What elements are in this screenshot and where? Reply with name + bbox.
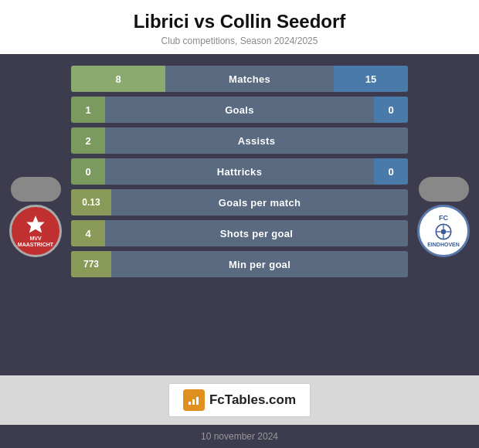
svg-rect-9	[196, 397, 199, 405]
svg-rect-8	[192, 399, 195, 405]
page-title: Librici vs Collin Seedorf	[15, 11, 464, 32]
stat-row-mpg: 773 Min per goal	[71, 251, 408, 277]
fctables-section: FcTables.com	[0, 375, 479, 425]
stat-row-hattricks: 0 Hattricks 0	[71, 158, 408, 185]
stat-right-goals: 0	[374, 97, 408, 123]
center-stats: 8 Matches 15 1 Goals 0 2 Assists 0 Hattr…	[71, 66, 408, 368]
svg-marker-0	[26, 216, 44, 232]
barchart-icon	[188, 394, 200, 406]
header-section: Librici vs Collin Seedorf Club competiti…	[0, 0, 479, 54]
stat-label-mpg: Min per goal	[111, 251, 408, 277]
stat-label-spg: Shots per goal	[105, 220, 408, 246]
stat-label-gpm: Goals per match	[111, 189, 408, 216]
svg-rect-7	[189, 402, 191, 405]
fctables-icon	[183, 389, 205, 411]
stat-label-matches: Matches	[165, 66, 334, 92]
eindhoven-fc-text: FC	[439, 214, 448, 222]
footer: 10 november 2024	[0, 425, 479, 448]
right-gray-pill	[419, 177, 469, 202]
stat-left-mpg: 773	[71, 251, 111, 277]
fctables-box: FcTables.com	[168, 383, 311, 417]
stat-left-hattricks: 0	[71, 158, 105, 185]
left-logo-area: MVVMAASTRICHT	[5, 66, 66, 368]
stat-row-goals: 1 Goals 0	[71, 97, 408, 123]
stat-right-matches: 15	[334, 66, 408, 92]
eindhoven-name-text: EINDHOVEN	[427, 242, 460, 247]
stat-label-hattricks: Hattricks	[105, 158, 374, 185]
footer-date: 10 november 2024	[6, 431, 473, 442]
stats-section: MVVMAASTRICHT 8 Matches 15 1 Goals 0 2 A…	[0, 54, 479, 375]
stat-label-goals: Goals	[105, 97, 374, 123]
stat-row-spg: 4 Shots per goal	[71, 220, 408, 246]
stat-left-assists: 2	[71, 127, 105, 154]
page-subtitle: Club competitions, Season 2024/2025	[15, 36, 464, 46]
main-container: Librici vs Collin Seedorf Club competiti…	[0, 0, 479, 448]
eindhoven-shield-icon	[433, 222, 454, 242]
svg-point-2	[441, 229, 447, 235]
stat-left-spg: 4	[71, 220, 105, 246]
mvv-logo: MVVMAASTRICHT	[9, 205, 62, 257]
mvv-text: MVVMAASTRICHT	[18, 236, 53, 247]
fctables-label: FcTables.com	[209, 392, 296, 408]
stat-left-matches: 8	[71, 66, 165, 92]
left-gray-pill	[11, 177, 61, 202]
stat-left-goals: 1	[71, 97, 105, 123]
stat-label-assists: Assists	[105, 127, 408, 154]
right-logo-area: FC EINDHOVEN	[413, 66, 474, 368]
eindhoven-logo: FC EINDHOVEN	[417, 205, 470, 257]
stat-row-matches: 8 Matches 15	[71, 66, 408, 92]
stat-row-gpm: 0.13 Goals per match	[71, 189, 408, 216]
stat-left-gpm: 0.13	[71, 189, 111, 216]
stat-row-assists: 2 Assists	[71, 127, 408, 154]
stat-right-hattricks: 0	[374, 158, 408, 185]
mvv-star-icon	[25, 214, 46, 236]
